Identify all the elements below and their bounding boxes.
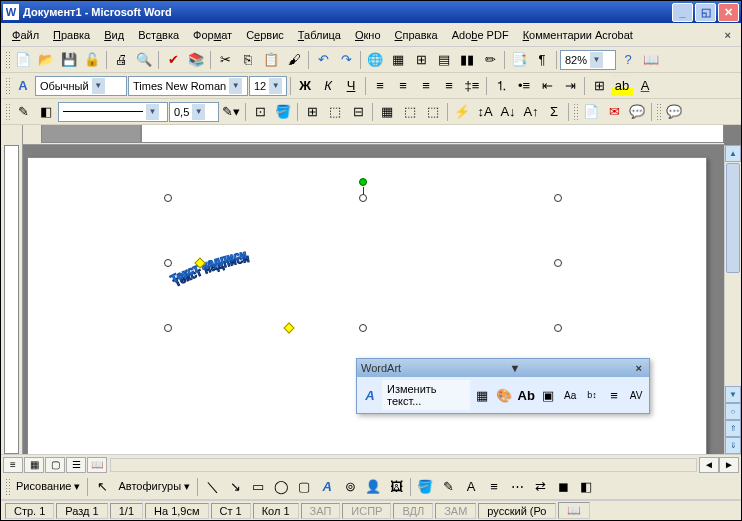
italic-button[interactable]: К [317,75,339,97]
excel-button[interactable]: ▤ [433,49,455,71]
vertical-scrollbar[interactable]: ▲ ▼ ○ ⇑ ⇓ [724,145,741,454]
menu-close-doc[interactable]: × [719,27,737,43]
sort-desc-button[interactable]: A↑ [520,101,542,123]
open-button[interactable]: 📂 [35,49,57,71]
sort-asc-button[interactable]: A↓ [497,101,519,123]
styles-pane-button[interactable]: A [12,75,34,97]
menu-window[interactable]: Окно [348,27,388,43]
wordart-toolbar-close[interactable]: × [633,362,645,374]
font-dropdown[interactable]: Times New Roman▼ [128,76,248,96]
close-button[interactable]: ✕ [718,3,739,22]
redo-button[interactable]: ↷ [335,49,357,71]
preview-button[interactable]: 🔍 [133,49,155,71]
menu-file[interactable]: ФФайлайл [5,27,46,43]
menu-format[interactable]: Формат [186,27,239,43]
resize-handle-se[interactable] [554,324,562,332]
toolbar-grip[interactable] [4,76,10,96]
status-ovr[interactable]: ЗАМ [435,503,476,519]
borders-button[interactable]: ⊞ [588,75,610,97]
same-height-button[interactable]: Aa [560,384,580,406]
fill-color-button[interactable]: 🪣 [414,476,436,498]
numbering-button[interactable]: ⒈ [490,75,512,97]
zoom-dropdown[interactable]: 82%▼ [560,50,616,70]
scroll-track[interactable] [725,274,741,386]
hyperlink-button[interactable]: 🌐 [364,49,386,71]
vertical-text-button[interactable]: b↕ [582,384,602,406]
menu-edit[interactable]: Правка [46,27,97,43]
menu-acrobat[interactable]: Комментарии Acrobat [516,27,640,43]
status-rec[interactable]: ЗАП [301,503,341,519]
autosum-button[interactable]: Σ [543,101,565,123]
highlight-button[interactable]: ab [611,75,633,97]
font-color-button[interactable]: A [634,75,656,97]
rotate-handle[interactable] [359,178,367,186]
resize-handle-ne[interactable] [554,194,562,202]
tables-borders-button[interactable]: ▦ [387,49,409,71]
rectangle-button[interactable]: ▭ [247,476,269,498]
clipart-button[interactable]: 👤 [362,476,384,498]
char-spacing-button[interactable]: AV [626,384,646,406]
hscroll-left[interactable]: ◄ [699,457,719,473]
diagram-button[interactable]: ⊚ [339,476,361,498]
split-cells-button[interactable]: ⊟ [347,101,369,123]
pdf-convert-button[interactable]: 📄 [580,101,602,123]
distribute-cols-button[interactable]: ⬚ [422,101,444,123]
vertical-ruler[interactable] [1,125,23,454]
wordart-object[interactable]: Текст надписи Текст надписи [168,198,558,328]
pdf-email-button[interactable]: ✉ [603,101,625,123]
outdent-button[interactable]: ⇤ [536,75,558,97]
line-style-dropdown[interactable]: ▼ [58,102,168,122]
status-spell-icon[interactable]: 📖 [558,502,590,519]
menu-insert[interactable]: Вставка [131,27,186,43]
textbox-button[interactable]: ▢ [293,476,315,498]
alignment-button[interactable]: ≡ [604,384,624,406]
toolbar-grip[interactable] [4,50,10,70]
menu-view[interactable]: Вид [97,27,131,43]
resize-handle-n[interactable] [359,194,367,202]
menu-adobe[interactable]: Adobe PDF [445,27,516,43]
status-page[interactable]: Стр. 1 [5,503,54,519]
oval-button[interactable]: ◯ [270,476,292,498]
align-cells-button[interactable]: ▦ [376,101,398,123]
insert-table2-button[interactable]: ⊞ [301,101,323,123]
resize-handle-sw[interactable] [164,324,172,332]
indent-button[interactable]: ⇥ [559,75,581,97]
permission-button[interactable]: 🔓 [81,49,103,71]
save-button[interactable]: 💾 [58,49,80,71]
3d-button[interactable]: ◧ [575,476,597,498]
wordart-shape-button[interactable]: Ab [516,384,536,406]
format-painter-button[interactable]: 🖌 [283,49,305,71]
normal-view-button[interactable]: ≡ [3,457,23,473]
prev-page-button[interactable]: ⇑ [725,420,741,437]
menu-table[interactable]: Таблица [291,27,348,43]
print-view-button[interactable]: ▢ [45,457,65,473]
title-bar[interactable]: W Документ1 - Microsoft Word _ ◱ ✕ [1,1,741,23]
shadow-button[interactable]: ◼ [552,476,574,498]
scroll-down-button[interactable]: ▼ [725,386,741,403]
text-direction-button[interactable]: ↕A [474,101,496,123]
line-button[interactable]: ＼ [201,476,223,498]
show-marks-button[interactable]: ¶ [531,49,553,71]
print-button[interactable]: 🖨 [110,49,132,71]
status-at[interactable]: На 1,9см [145,503,208,519]
shading-color-button[interactable]: 🪣 [272,101,294,123]
text-wrap-button[interactable]: ▣ [538,384,558,406]
restore-button[interactable]: ◱ [695,3,716,22]
align-right-button[interactable]: ≡ [415,75,437,97]
status-lang[interactable]: русский (Ро [478,503,555,519]
align-center-button[interactable]: ≡ [392,75,414,97]
outline-view-button[interactable]: ☰ [66,457,86,473]
wordart-toolbar-title[interactable]: WordArt ▼ × [357,359,649,377]
autoshapes-menu[interactable]: Автофигуры ▾ [114,478,194,495]
toolbar-grip[interactable] [655,102,661,122]
copy-button[interactable]: ⎘ [237,49,259,71]
justify-button[interactable]: ≡ [438,75,460,97]
resize-handle-nw[interactable] [164,194,172,202]
arrow-button[interactable]: ↘ [224,476,246,498]
menu-help[interactable]: Справка [388,27,445,43]
resize-handle-s[interactable] [359,324,367,332]
eraser-button[interactable]: ◧ [35,101,57,123]
autoformat-button[interactable]: ⚡ [451,101,473,123]
scroll-thumb[interactable] [726,163,740,273]
edit-text-button[interactable]: Изменить текст... [382,380,470,410]
